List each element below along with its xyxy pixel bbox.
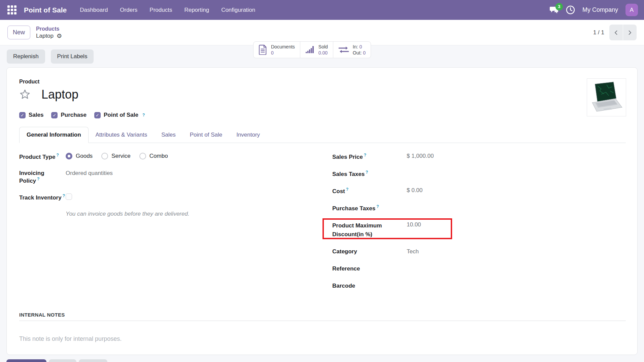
chatter-secondary-button-1[interactable] [49, 359, 76, 362]
apps-menu-icon[interactable] [7, 5, 16, 14]
help-question-mark: ? [63, 193, 65, 198]
help-question-mark: ? [346, 187, 348, 192]
track-inventory-label: Track Inventory? [19, 193, 66, 201]
product-image[interactable] [587, 78, 626, 116]
smart-buttons: Documents 0 Sold 0.00 [253, 41, 371, 58]
document-icon [259, 45, 267, 55]
laptop-image [589, 81, 624, 114]
product-maximum-discount-input[interactable]: 10.00 [407, 221, 421, 228]
menu-reporting[interactable]: Reporting [179, 4, 214, 16]
product-section-label: Product [19, 79, 626, 85]
radio-unselected-icon [139, 153, 146, 159]
purchase-checkbox[interactable]: ✓ Purchase [51, 112, 87, 118]
product-type-label: Product Type? [19, 153, 66, 160]
pager: 1 / 1 [593, 25, 637, 40]
tab-general-information[interactable]: General Information [19, 127, 89, 143]
category-row: Category Tech [332, 248, 626, 256]
reference-row: Reference [332, 265, 626, 274]
product-type-row: Product Type? Goods Service Combo [19, 153, 323, 161]
control-panel: New Products Laptop ⚙ Documents 0 [0, 20, 644, 45]
main-menu: Dashboard Orders Products Reporting Conf… [75, 4, 260, 16]
smart-button-value: 0 [271, 50, 295, 56]
pager-value: 1 / 1 [593, 29, 604, 36]
sales-price-row: Sales Price? $ 1,000.00 [332, 153, 626, 161]
internal-notes-title: INTERNAL NOTES [19, 312, 626, 321]
transfer-icon [338, 46, 349, 54]
cost-row: Cost? $ 0.00 [332, 187, 626, 195]
radio-selected-icon [66, 153, 72, 159]
track-inventory-checkbox[interactable] [66, 193, 72, 200]
invoicing-policy-select[interactable]: Ordered quantities [66, 170, 113, 177]
help-question-mark: ? [366, 170, 368, 175]
pager-previous-button[interactable] [609, 25, 623, 40]
category-label: Category [332, 248, 407, 255]
radio-service[interactable]: Service [101, 153, 131, 159]
cost-label: Cost? [332, 187, 407, 195]
chevron-left-icon [614, 30, 618, 35]
product-name-input[interactable]: Laptop [41, 87, 78, 102]
menu-orders[interactable]: Orders [115, 4, 142, 16]
tab-sales[interactable]: Sales [154, 127, 183, 143]
chatter-toolbar [6, 359, 644, 362]
help-question-mark: ? [56, 153, 59, 157]
tab-point-of-sale[interactable]: Point of Sale [183, 127, 229, 143]
help-question-mark: ? [376, 204, 379, 209]
tab-attributes-variants[interactable]: Attributes & Variants [89, 127, 155, 143]
print-labels-button[interactable]: Print Labels [51, 49, 94, 64]
radio-combo[interactable]: Combo [139, 153, 168, 159]
help-question-mark: ? [364, 153, 366, 157]
smart-button-label: Documents [271, 44, 295, 50]
sold-smart-button[interactable]: Sold 0.00 [300, 42, 333, 58]
radio-unselected-icon [101, 153, 108, 159]
reference-label: Reference [332, 265, 407, 272]
pager-next-button[interactable] [623, 25, 637, 40]
internal-notes-editor[interactable]: This note is only for internal purposes. [19, 335, 626, 342]
favorite-star-icon[interactable] [19, 89, 31, 100]
chatter-secondary-button-2[interactable] [79, 359, 107, 362]
documents-smart-button[interactable]: Documents 0 [253, 42, 300, 58]
app-title[interactable]: Point of Sale [24, 6, 67, 14]
menu-products[interactable]: Products [144, 4, 177, 16]
bar-chart-icon [305, 45, 315, 54]
breadcrumb-products-link[interactable]: Products [36, 26, 62, 32]
gear-icon[interactable]: ⚙ [57, 33, 62, 39]
menu-configuration[interactable]: Configuration [216, 4, 260, 16]
user-avatar[interactable]: A [625, 4, 638, 16]
smart-button-value: 0.00 [318, 50, 328, 56]
new-button[interactable]: New [7, 26, 30, 39]
activities-clock-icon[interactable] [566, 5, 575, 14]
invoicing-policy-label: Invoicing Policy? [19, 170, 66, 184]
chevron-right-icon [628, 30, 632, 35]
messages-count-badge: 3 [555, 3, 563, 10]
radio-goods[interactable]: Goods [66, 153, 93, 159]
point-of-sale-checkbox[interactable]: ✓ Point of Sale ? [94, 112, 145, 118]
help-question-mark: ? [37, 177, 39, 181]
product-maximum-discount-row: Product Maximum Discount(in %) 10.00 [332, 221, 626, 239]
breadcrumb: Products Laptop ⚙ [36, 26, 62, 39]
help-question-mark: ? [142, 113, 145, 117]
in-out-smart-button[interactable]: In:0 Out:0 [333, 42, 371, 58]
invoicing-helper-note: You can invoice goods before they are de… [66, 211, 323, 217]
replenish-button[interactable]: Replenish [7, 49, 45, 64]
in-label: In: [353, 44, 358, 49]
category-input[interactable]: Tech [407, 248, 419, 255]
barcode-label: Barcode [332, 283, 407, 289]
out-label: Out: [353, 50, 362, 56]
out-value: 0 [363, 50, 366, 56]
barcode-row: Barcode [332, 283, 626, 291]
tab-inventory[interactable]: Inventory [229, 127, 267, 143]
menu-dashboard[interactable]: Dashboard [75, 4, 113, 16]
chatter-primary-button[interactable] [6, 359, 46, 362]
checkbox-checked-icon: ✓ [94, 112, 101, 118]
smart-button-label: Sold [318, 44, 328, 50]
purchase-taxes-label: Purchase Taxes? [332, 204, 407, 212]
product-maximum-discount-label: Product Maximum Discount(in %) [332, 221, 407, 239]
invoicing-policy-row: Invoicing Policy? Ordered quantities [19, 170, 323, 184]
sales-checkbox[interactable]: ✓ Sales [19, 112, 43, 118]
company-switcher[interactable]: My Company [582, 6, 618, 13]
checkbox-checked-icon: ✓ [19, 112, 26, 118]
purchase-taxes-row: Purchase Taxes? [332, 204, 626, 212]
messages-icon[interactable]: 3 [549, 6, 558, 14]
sales-price-input[interactable]: $ 1,000.00 [407, 153, 434, 159]
cost-input[interactable]: $ 0.00 [407, 187, 422, 194]
